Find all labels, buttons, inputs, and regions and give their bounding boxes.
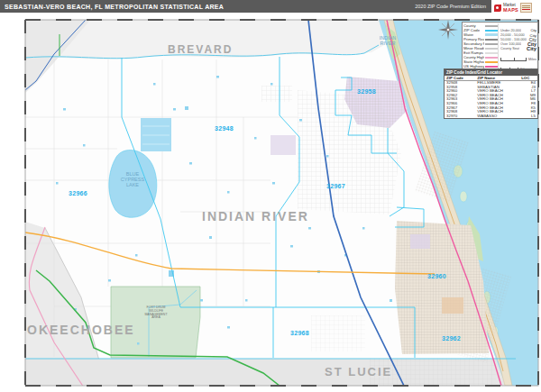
label-indian-river-lagoon: INDIAN RIVER (371, 35, 404, 46)
map-page: SEBASTIAN-VERO BEACH, FL METROPOLITAN ST… (0, 0, 541, 392)
zip-label-32958: 32958 (357, 88, 376, 95)
label-brevard: BREVARD (168, 43, 233, 56)
logo-mark-icon (494, 5, 501, 12)
zip-index-row: 32970WABASSOL5 (445, 114, 537, 119)
logo-info-box (520, 3, 532, 13)
scale-bar-miles: Miles (500, 57, 536, 62)
label-indian-river: INDIAN RIVER (202, 209, 309, 223)
label-blue-cypress-lake: BLUE CYPRESS LAKE (115, 171, 150, 187)
zip-label-32962: 32962 (442, 335, 461, 342)
zip-index-table: ZIP CodeZIP NameLOC 32948FELLSMEREE43295… (445, 76, 537, 118)
edition-label: 2020 ZIP Code Premium Edition (415, 4, 491, 9)
map-title: SEBASTIAN-VERO BEACH, FL METROPOLITAN ST… (0, 4, 224, 10)
zip-index-panel: ZIP Code Index/Grid Locator ZIP CodeZIP … (444, 68, 538, 119)
title-bar: SEBASTIAN-VERO BEACH, FL METROPOLITAN ST… (0, 0, 491, 13)
marketmaps-logo: Market MAPS (492, 0, 541, 15)
scale-unit-label: Miles (528, 58, 536, 61)
logo-maps-text: MAPS (503, 8, 518, 13)
label-st-lucie: ST LUCIE (325, 365, 392, 378)
legend-city-size: County SeatCity (500, 47, 536, 51)
label-fort-drum-wma: FORT DRUM WILDLIFE MANAGEMENT AREA (137, 306, 175, 320)
zip-label-32960: 32960 (427, 273, 446, 279)
zip-label-32966: 32966 (69, 190, 87, 196)
label-okeechobee: OKEECHOBEE (27, 323, 135, 337)
zip-label-32948: 32948 (215, 125, 234, 132)
zip-label-32968: 32968 (290, 330, 309, 336)
zip-index-header: ZIP Code Index/Grid Locator (445, 69, 537, 76)
compass-rose-icon (438, 20, 458, 40)
zip-label-32967: 32967 (326, 183, 345, 189)
